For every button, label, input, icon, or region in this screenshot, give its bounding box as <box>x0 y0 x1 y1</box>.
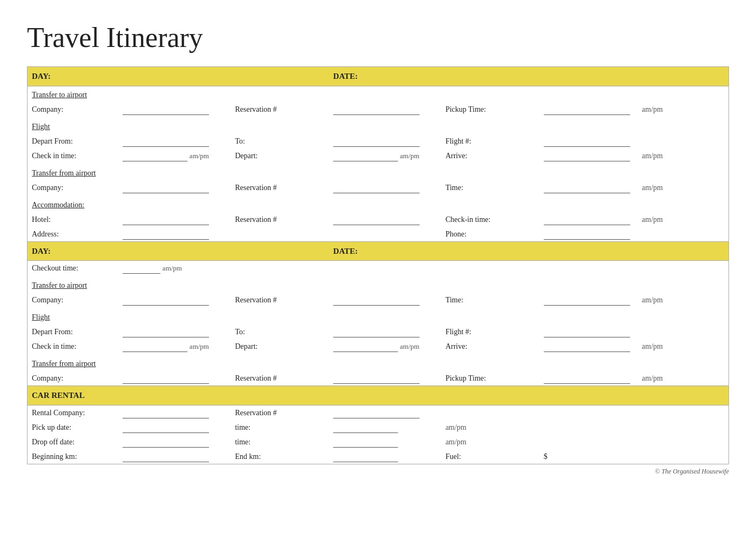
depart-field1[interactable]: am/pm <box>329 148 441 163</box>
flight-hash-label1: Flight #: <box>441 134 539 148</box>
hotel-field[interactable] <box>118 212 231 227</box>
flight2-row2: Check in time: am/pm Depart: am/pm Arriv… <box>28 339 729 354</box>
company-field4[interactable] <box>118 371 231 386</box>
to-field2[interactable] <box>329 325 441 339</box>
arrive-label2: Arrive: <box>441 339 539 354</box>
checkin-time-field3[interactable]: am/pm <box>118 339 231 354</box>
to-field[interactable] <box>329 134 441 148</box>
accommodation-title: Accommodation: <box>32 201 84 209</box>
pickup-date-field[interactable] <box>118 420 231 435</box>
checkin-time-label1: Check in time: <box>28 148 119 163</box>
depart-field2[interactable]: am/pm <box>329 339 441 354</box>
ampm10: am/pm <box>400 342 420 350</box>
time-field3[interactable] <box>329 420 441 435</box>
reservation-label4: Reservation # <box>231 293 329 307</box>
transfer-from-airport2-title-row: Transfer from airport <box>28 354 729 371</box>
checkout-field[interactable]: am/pm <box>118 261 231 276</box>
hotel-label: Hotel: <box>28 212 119 227</box>
end-km-field[interactable] <box>329 449 441 464</box>
dropoff-date-row: Drop off date: time: am/pm <box>28 435 729 449</box>
pickup-time-label2: Pickup Time: <box>441 371 539 386</box>
ampm11: am/pm <box>638 339 729 354</box>
checkin-time-field1[interactable]: am/pm <box>118 148 231 163</box>
reservation-field4[interactable] <box>329 293 441 307</box>
dropoff-date-label: Drop off date: <box>28 435 119 449</box>
reservation-label1: Reservation # <box>231 102 329 117</box>
transfer-airport2-title: Transfer to airport <box>32 281 87 289</box>
transfer-from-airport2-row: Company: Reservation # Pickup Time: am/p… <box>28 371 729 386</box>
reservation-field6[interactable] <box>329 405 728 420</box>
arrive-field1[interactable] <box>539 148 638 163</box>
rental-company-row: Rental Company: Reservation # <box>28 405 729 420</box>
time-field2[interactable] <box>539 293 638 307</box>
phone-field[interactable] <box>539 227 638 242</box>
arrive-field2[interactable] <box>539 339 638 354</box>
company-label4: Company: <box>28 371 119 386</box>
address-field[interactable] <box>118 227 231 242</box>
flight1-title-row: Flight <box>28 117 729 134</box>
beginning-km-field[interactable] <box>118 449 231 464</box>
company-field3[interactable] <box>118 293 231 307</box>
beginning-km-label: Beginning km: <box>28 449 119 464</box>
day2-label: DAY: <box>28 241 329 261</box>
company-field2[interactable] <box>118 180 231 195</box>
transfer-airport2-row: Company: Reservation # Time: am/pm <box>28 293 729 307</box>
empty2 <box>231 227 329 242</box>
depart-from-field2[interactable] <box>118 325 231 339</box>
reservation-label3: Reservation # <box>231 212 329 227</box>
checkout-label: Checkout time: <box>28 261 119 276</box>
empty4 <box>638 227 729 242</box>
arrive-label1: Arrive: <box>441 148 539 163</box>
flight1-row1: Depart From: To: Flight #: <box>28 134 729 148</box>
fuel-label: Fuel: <box>441 449 539 464</box>
company-label1: Company: <box>28 102 119 117</box>
flight2-row1: Depart From: To: Flight #: <box>28 325 729 339</box>
checkin-time-label2: Check-in time: <box>441 212 539 227</box>
dropoff-date-field[interactable] <box>118 435 231 449</box>
transfer-airport2-title-row: Transfer to airport <box>28 275 729 293</box>
reservation-field1[interactable] <box>329 102 441 117</box>
pickup-time-label1: Pickup Time: <box>441 102 539 117</box>
car-rental-header-row: CAR RENTAL <box>28 386 729 405</box>
ampm8: am/pm <box>638 293 729 307</box>
company-label3: Company: <box>28 293 119 307</box>
car-rental-label: CAR RENTAL <box>28 386 729 405</box>
time-field4[interactable] <box>329 435 441 449</box>
flight-hash-field2[interactable] <box>539 325 638 339</box>
time-label4: time: <box>231 435 329 449</box>
to-label2: To: <box>231 325 329 339</box>
to-label: To: <box>231 134 329 148</box>
dollar-sign: $ <box>539 449 638 464</box>
end-km-label: End km: <box>231 449 329 464</box>
time-label2: Time: <box>441 293 539 307</box>
pickup-time-field2[interactable] <box>539 371 638 386</box>
copyright: © The Organised Housewife <box>27 468 729 476</box>
empty3 <box>329 227 441 242</box>
pickup-time-field1[interactable] <box>539 102 638 117</box>
day2-date-label: DATE: <box>329 241 728 261</box>
company-field1[interactable] <box>118 102 231 117</box>
checkin-time-label3: Check in time: <box>28 339 119 354</box>
accommodation-title-row: Accommodation: <box>28 195 729 212</box>
reservation-label6: Reservation # <box>231 405 329 420</box>
transfer-from-airport2-title: Transfer from airport <box>32 360 96 368</box>
day1-header-row: DAY: DATE: <box>28 67 729 86</box>
rental-company-field[interactable] <box>118 405 231 420</box>
day1-date-label: DATE: <box>329 67 728 86</box>
transfer-airport1-row: Company: Reservation # Pickup Time: am/p… <box>28 102 729 117</box>
reservation-field2[interactable] <box>329 180 441 195</box>
ampm-label1: am/pm <box>638 102 729 117</box>
ampm3: am/pm <box>400 152 420 160</box>
flight-hash-field1[interactable] <box>539 134 638 148</box>
depart-label1: Depart: <box>231 148 329 163</box>
time-field1[interactable] <box>539 180 638 195</box>
reservation-field3[interactable] <box>329 212 441 227</box>
flight1-row2: Check in time: am/pm Depart: am/pm Arriv… <box>28 148 729 163</box>
ampm4: am/pm <box>638 148 729 163</box>
checkin-time-field2[interactable] <box>539 212 638 227</box>
itinerary-table: DAY: DATE: Transfer to airport Company: … <box>27 66 729 464</box>
transfer-airport1-title-row: Transfer to airport <box>28 86 729 102</box>
reservation-field5[interactable] <box>329 371 441 386</box>
accommodation-row1: Hotel: Reservation # Check-in time: am/p… <box>28 212 729 227</box>
depart-from-field[interactable] <box>118 134 231 148</box>
